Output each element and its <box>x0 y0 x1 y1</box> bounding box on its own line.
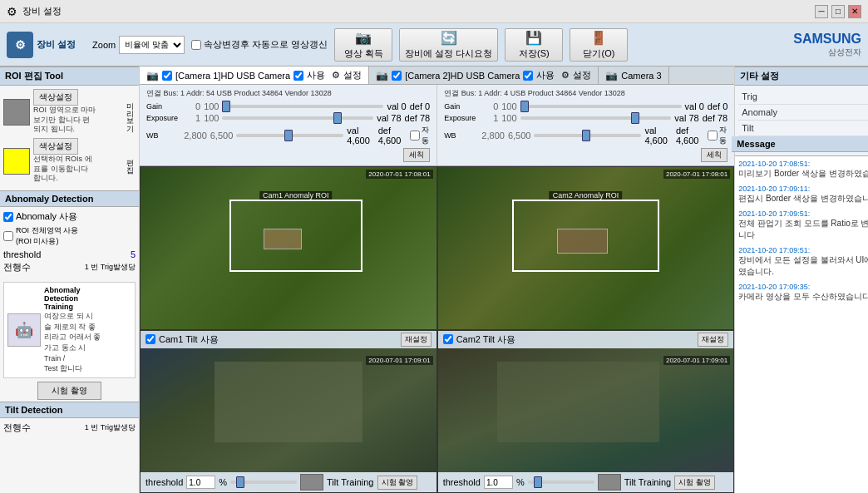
refresh-icon: 🔄 <box>441 30 457 46</box>
cam2-tilt-slider[interactable] <box>528 481 594 484</box>
camera-tab-2[interactable]: 📷 [Camera 2]HD USB Camera 사용 ⚙ 설정 <box>369 67 599 84</box>
camera3-label: Camera 3 <box>621 71 661 81</box>
right-panel: 기타 설정 Trig 25 gpio Anomaly 33 gpio Tilt … <box>734 67 868 493</box>
camera2-label: [Camera 2]HD USB Camera <box>405 71 520 81</box>
title-bar: ⚙ 장비 설정 ─ □ ✕ <box>0 0 868 23</box>
cam1-tilt-capture-btn[interactable]: 시험 촬영 <box>377 476 418 490</box>
message-4: 2021-10-20 17:09:51: 장비에서 모든 설정을 불러와서 UI… <box>738 246 868 278</box>
camera1-use-checkbox[interactable] <box>293 71 303 81</box>
camera2-use-checkbox[interactable] <box>523 71 533 81</box>
cam1-wb-label: WB <box>146 131 180 140</box>
tilt-row: Tilt 19 gpio <box>738 121 868 136</box>
cam1-gain-val: val 0 <box>387 101 406 111</box>
frame-count-row: 전행수 1 번 Trig발생당 <box>3 261 136 274</box>
roi-preview-thumb <box>3 99 30 126</box>
cam1-gain-slider[interactable] <box>222 105 383 108</box>
camera-tab-1[interactable]: 📷 [Camera 1]HD USB Camera 사용 ⚙ 설정 <box>140 67 369 84</box>
cam2-exposure-val: val 78 <box>674 113 698 123</box>
cam2-wb-max: 6,500 <box>508 131 531 141</box>
cam2-tilt-reset-btn[interactable]: 재설정 <box>698 333 728 347</box>
app-icon: ⚙ <box>7 5 17 18</box>
color-setting-btn-2[interactable]: 색상설정 <box>33 138 78 155</box>
cam1-wb-auto[interactable]: 자동 <box>410 125 430 146</box>
anomaly-row: Anomaly 33 gpio <box>738 105 868 121</box>
camera-tab-3[interactable]: 📷 Camera 3 <box>599 67 668 84</box>
gear1-icon: ⚙ <box>332 70 340 81</box>
cam1-wb-auto-checkbox[interactable] <box>410 131 420 141</box>
cam1-exposure-slider[interactable] <box>222 116 373 120</box>
roi-edit-tool: 색상설정 ROI 영역으로 마마보기만 합니다 편되지 됩니다. 미리보기 색상… <box>0 86 139 190</box>
tilt-section: 전행수 1 번 Trig발생당 <box>0 418 139 439</box>
close-app-icon: 🚪 <box>590 30 607 46</box>
cam2-exposure-min: 1 <box>493 113 498 123</box>
cam1-wb-max: 6,500 <box>210 131 234 141</box>
cam1-tilt-training-label: Tilt Training <box>327 477 373 487</box>
color-setting-btn-1[interactable]: 색상설정 <box>33 89 78 106</box>
cam1-tilt-feed: 2020-07-01 17:09:01 <box>141 331 436 493</box>
camera1-checkbox[interactable] <box>162 71 172 81</box>
cam2-wb-label: WB <box>444 131 478 140</box>
save-button[interactable]: 💾 저장(S) <box>505 28 563 62</box>
cam2-wb-val: val 4,600 <box>644 126 672 145</box>
cam1-tilt-slider[interactable] <box>230 481 297 484</box>
roi-full-checkbox[interactable] <box>3 231 13 241</box>
cam1-wb-val: val 4,600 <box>347 126 374 145</box>
cam1-threshold-input[interactable] <box>186 476 215 489</box>
anomaly-use-checkbox[interactable] <box>3 212 13 222</box>
cam1-exposure-val: val 78 <box>377 113 401 123</box>
cam1-tilt-training-thumb <box>300 474 323 491</box>
cam1-detail-btn[interactable]: 세칙 <box>403 148 430 162</box>
cam1-tilt-bottom-bar: threshold % Tilt Training 시험 촬영 <box>141 472 436 492</box>
main-content: ROI 편집 Tool 색상설정 ROI 영역으로 마마보기만 합니다 편되지 … <box>0 67 868 493</box>
cam2-percent-label: % <box>516 477 525 487</box>
cam2-detail-btn[interactable]: 세칙 <box>701 148 727 162</box>
cam2-wb-auto-checkbox[interactable] <box>708 131 718 141</box>
cam2-gain-slider[interactable] <box>520 105 682 108</box>
close-app-button[interactable]: 🚪 닫기(O) <box>570 28 628 62</box>
anomaly-label: Anomaly <box>738 105 828 121</box>
cam1-gain-max: 100 <box>204 101 219 111</box>
cam2-tilt-timestamp: 2020-07-01 17:09:01 <box>663 356 730 365</box>
auto-color-checkbox[interactable] <box>191 40 201 50</box>
center-panel: 📷 [Camera 1]HD USB Camera 사용 ⚙ 설정 📷 [Cam… <box>140 67 734 493</box>
cam2-threshold-input[interactable] <box>484 476 513 489</box>
tilt-frame-label: 전행수 <box>3 422 31 434</box>
cam2-tilt-capture-btn[interactable]: 시험 촬영 <box>674 476 715 490</box>
auto-color-label[interactable]: 속상변경후 자동으로 영상갱신 <box>191 38 328 51</box>
cam1-percent-label: % <box>219 477 227 487</box>
minimize-button[interactable]: ─ <box>815 5 828 18</box>
cam2-wb-slider[interactable] <box>534 134 641 137</box>
training-desc: 여장으로 되 시슬 제로의 작 좋리라고 어래서 좋가고 동소 시Train /… <box>44 311 101 374</box>
close-button[interactable]: ✕ <box>848 5 861 18</box>
cam1-exposure-def: def 78 <box>405 113 431 123</box>
zoom-select[interactable]: 비율에 맞춤 100% 75% 50% <box>119 36 185 54</box>
cam1-wb-slider[interactable] <box>236 134 343 137</box>
cam1-tilt-use-checkbox[interactable] <box>145 334 155 344</box>
msg1-text: 미리보기 Border 색상을 변경하였습니다 <box>738 168 868 180</box>
msg4-text: 장비에서 모든 설정을 불러와서 UI에 적용하였습니다. <box>738 254 868 278</box>
cam1-tilt-reset-btn[interactable]: 재설정 <box>401 333 432 347</box>
reset-device-button[interactable]: 🔄 장비에 설정 다시요청 <box>399 28 498 62</box>
cam1-exposure-row: Exposure 1 100 val 78 def 78 <box>146 113 430 123</box>
anomaly-test-capture-btn[interactable]: 시험 촬영 <box>37 382 101 400</box>
cam2-exposure-slider[interactable] <box>520 116 672 120</box>
other-settings-header: 기타 설정 <box>735 67 868 86</box>
cam2-tilt-use-checkbox[interactable] <box>443 334 453 344</box>
message-2: 2021-10-20 17:09:11: 편집시 Border 색상을 변경하였… <box>738 185 868 205</box>
capture-button[interactable]: 📷 영상 획득 <box>334 28 392 62</box>
roi-section-header: ROI 편집 Tool <box>0 67 139 86</box>
threshold-value: 5 <box>131 249 136 259</box>
cam1-conn-info: 연결 Bus: 1 Addr: 54 USB Product 34864 Ven… <box>146 88 430 99</box>
anomaly-use-label[interactable]: Abnomaly 사용 <box>16 210 77 223</box>
samsung-sub: 삼성전자 <box>793 47 861 58</box>
maximize-button[interactable]: □ <box>831 5 845 18</box>
cam2-wb-auto[interactable]: 자동 <box>708 125 727 146</box>
trig-label: Trig <box>738 89 828 105</box>
frame-count-label: 전행수 <box>3 261 31 274</box>
threshold-row: threshold 5 <box>3 249 136 259</box>
cam2-exposure-def: def 78 <box>703 113 728 123</box>
save-icon: 💾 <box>525 30 542 46</box>
tilt-frame-value: 1 번 Trig발생당 <box>85 422 136 433</box>
camera2-checkbox[interactable] <box>392 71 402 81</box>
cam2-conn-info: 연결 Bus: 1 Addr: 4 USB Product 34864 Vend… <box>444 88 727 99</box>
